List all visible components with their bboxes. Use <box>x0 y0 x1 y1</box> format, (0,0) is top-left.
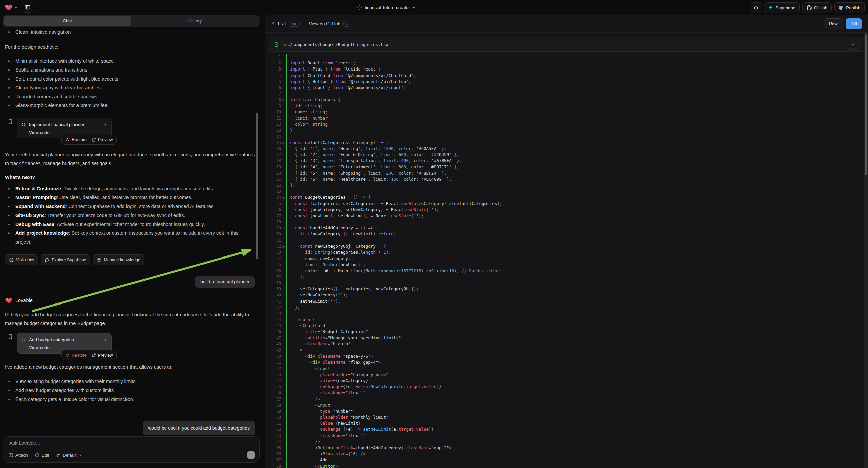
arrow-up-icon: ↑ <box>250 452 252 458</box>
line-number: 21 <box>272 176 281 182</box>
code-line: 24const BudgetCategories = () => { <box>269 195 863 200</box>
restore-button[interactable]: Restore <box>65 353 87 357</box>
assistant-paragraph: I'll help you add budget categories to t… <box>5 310 255 328</box>
line-number: 14 <box>272 133 281 139</box>
code-line: 42 }; <box>269 304 863 311</box>
supabase-button[interactable]: Supabase <box>764 2 800 13</box>
edit-tool-button[interactable]: Edit <box>35 452 49 458</box>
project-name: financial-future-creator <box>365 5 410 10</box>
attach-button[interactable]: Attach <box>8 452 28 458</box>
preview-button[interactable]: Preview <box>92 353 113 357</box>
line-number: 49 <box>272 347 281 353</box>
code-line: 32 const newCategoryObj: Category = { <box>269 243 863 250</box>
line-number: 38 <box>272 280 281 286</box>
list-item: Clean, intuitive navigation <box>5 28 255 37</box>
lovable-logo[interactable] <box>5 3 13 11</box>
restore-icon <box>65 138 70 142</box>
code-line: 1 <box>269 54 863 60</box>
explore-supabase-button[interactable]: Explore Supabase <box>40 255 90 265</box>
view-on-github-button[interactable]: View on GitHub G <box>309 21 350 27</box>
line-number: 40 <box>272 292 281 298</box>
edit-card-add-budget-categories: Add budget categories View code Restore <box>17 333 112 353</box>
chat-input[interactable] <box>9 440 254 446</box>
code-scrollbar-track[interactable] <box>864 33 868 468</box>
fold-chevron-icon[interactable] <box>282 245 285 248</box>
list-item: Clean typography with clear hierarchies <box>5 83 255 92</box>
code-line: 57 /> <box>269 396 863 402</box>
restore-button[interactable]: Restore <box>65 137 87 142</box>
raw-toggle-button[interactable]: Raw <box>824 19 843 29</box>
restore-preview-toolbar: Restore Preview <box>61 135 117 145</box>
code-line: 21 { id: '6', name: 'Healthcare', limit:… <box>269 176 863 182</box>
bookmark-icon[interactable] <box>8 119 13 124</box>
chevron-up-icon <box>851 42 855 46</box>
code-scrollbar-thumb[interactable] <box>865 34 867 175</box>
code-line: 23 <box>269 188 863 195</box>
bookmark-icon[interactable] <box>8 334 13 340</box>
line-number: 42 <box>272 304 281 311</box>
code-line: 65 <Button onClick={handleAddCategory} c… <box>269 445 863 451</box>
line-number: 32 <box>272 243 281 250</box>
sidebar-toggle-button[interactable] <box>22 2 33 13</box>
code-line: 22]; <box>269 182 863 188</box>
list-item: Soft, neutral color palette with light b… <box>5 75 255 84</box>
code-lines[interactable]: 12import React from 'react';3import { Pl… <box>269 52 863 468</box>
line-number: 63 <box>272 433 281 439</box>
edit-card-implement-planner: Implement financial planner View code Re… <box>17 117 112 138</box>
code-line: 7 <box>269 91 863 97</box>
list-item: Add project knowledge: Set key context o… <box>5 229 255 246</box>
code-line: 40 setNewCategory(''); <box>269 292 863 298</box>
logo-chevron-down-icon[interactable] <box>14 6 18 9</box>
added-file-icon <box>274 42 279 47</box>
publish-globe-icon <box>839 5 843 10</box>
github-button[interactable]: GitHub <box>802 2 832 13</box>
more-options-icon[interactable]: ⋯ <box>246 295 252 301</box>
mode-selector[interactable]: Default <box>56 452 82 458</box>
code-line: 3import { Plus } from 'lucide-react'; <box>269 66 863 72</box>
publish-button[interactable]: Publish <box>834 2 865 13</box>
preview-button[interactable]: Preview <box>92 137 113 142</box>
line-number: 25 <box>272 201 281 207</box>
line-number: 46 <box>272 329 281 335</box>
line-number: 7 <box>272 91 281 97</box>
assistant-name: Lovable <box>16 298 33 303</box>
fold-chevron-icon[interactable] <box>282 141 285 144</box>
tab-history[interactable]: History <box>131 17 259 26</box>
list-item: Glass-morphic elements for a premium fee… <box>5 101 255 110</box>
visit-docs-button[interactable]: Visit docs <box>5 255 38 265</box>
send-button[interactable]: ↑ <box>247 450 255 459</box>
code-line: 11 limit: number; <box>269 115 863 121</box>
exit-button[interactable]: Exit ESC <box>272 21 300 27</box>
fold-chevron-icon[interactable] <box>282 227 285 229</box>
design-heading: For the design aesthetic: <box>5 42 255 51</box>
lovable-avatar <box>5 297 12 304</box>
manage-knowledge-button[interactable]: Manage knowledge <box>93 255 144 265</box>
edit-card-title: Add budget categories <box>29 338 101 343</box>
line-number: 3 <box>272 66 281 72</box>
chevron-down-icon <box>79 454 82 457</box>
fold-chevron-icon[interactable] <box>282 196 285 199</box>
chat-scrollbar[interactable] <box>256 113 258 259</box>
code-line: 53 placeholder="Category name" <box>269 372 863 378</box>
file-header: src/components/budget/BudgetCategories.t… <box>269 37 863 52</box>
chat-tabs: Chat History <box>3 16 260 27</box>
collapse-file-button[interactable] <box>847 39 858 50</box>
chat-messages[interactable]: Clean, intuitive navigation For the desi… <box>0 27 262 436</box>
fold-chevron-icon[interactable] <box>282 98 285 101</box>
code-line: 54 value={newCategory} <box>269 378 863 384</box>
line-number: 62 <box>272 427 281 432</box>
code-line: 16 { id: '1', name: 'Housing', limit: 15… <box>269 146 863 152</box>
diff-toggle-button[interactable]: Diff <box>845 19 862 29</box>
code-line: 46 title="Budget Categories" <box>269 329 863 335</box>
code-line: 38 <box>269 280 863 286</box>
project-selector[interactable]: financial-future-creator <box>357 0 415 15</box>
code-line: 34 name: newCategory, <box>269 256 863 262</box>
line-number: 15 <box>272 140 281 146</box>
code-line: 44 return ( <box>269 317 863 323</box>
line-number: 6 <box>272 85 281 91</box>
settings-button[interactable]: ⚙ <box>750 2 761 13</box>
tab-chat[interactable]: Chat <box>4 17 131 26</box>
list-item: Subtle animations and transitions <box>5 65 255 75</box>
line-number: 34 <box>272 256 281 262</box>
code-line: 55 onChange={(e) => setNewCategory(e.tar… <box>269 384 863 390</box>
